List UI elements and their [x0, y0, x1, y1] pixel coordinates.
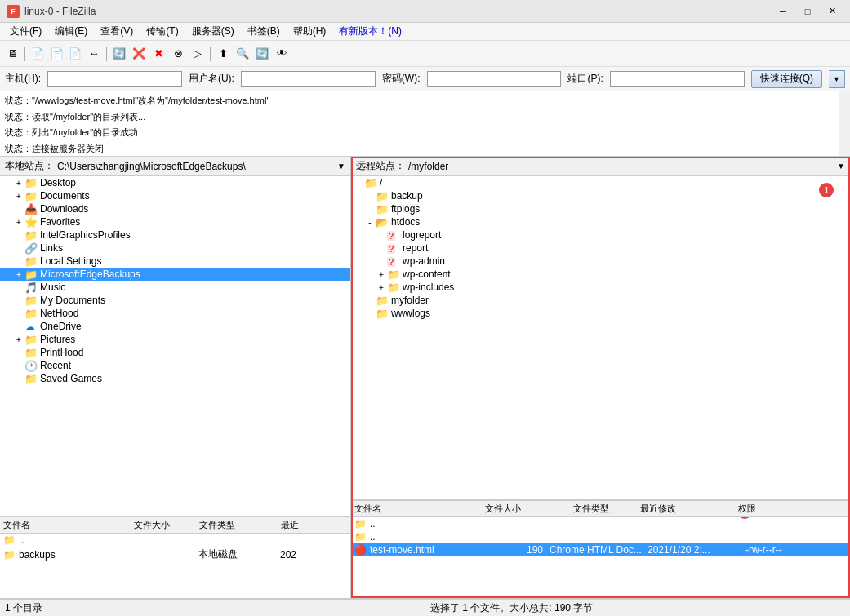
- user-label: 用户名(U):: [189, 72, 234, 86]
- menu-transfer[interactable]: 传输(T): [140, 23, 185, 40]
- tree-item-recent[interactable]: 🕐 Recent: [0, 359, 350, 372]
- connect-dropdown[interactable]: ▼: [829, 70, 845, 88]
- close-button[interactable]: ✕: [821, 3, 843, 20]
- remote-tree-report[interactable]: ? report: [351, 242, 850, 255]
- toolbar: 🖥 📄 📄 📄 ↔ 🔄 ❌ ✖ ⊗ ▷ ⬆ 🔍 🔄 👁: [0, 41, 850, 67]
- toolbar-disconnect[interactable]: ❌: [130, 45, 148, 63]
- folder-icon-wpcontent: 📁: [387, 268, 400, 280]
- status-scrollbar[interactable]: [839, 91, 850, 156]
- menu-bookmark[interactable]: 书签(B): [241, 23, 287, 40]
- local-file-list[interactable]: 文件名 文件大小 文件类型 最近 📁 .. 📁 backups 本地磁盘 202: [0, 516, 350, 598]
- remote-tree-logreport[interactable]: ? logreport: [351, 228, 850, 242]
- local-file-tree[interactable]: + 📁 Desktop + 📁 Documents 📥 Downloads + …: [0, 176, 350, 516]
- remote-tree-myfolder[interactable]: 📁 myfolder: [351, 294, 850, 307]
- tree-item-downloads[interactable]: 📥 Downloads: [0, 202, 350, 215]
- tree-item-music[interactable]: 🎵 Music: [0, 281, 350, 294]
- menu-server[interactable]: 服务器(S): [185, 23, 241, 40]
- bottom-status-left: 1 个目录: [0, 599, 425, 616]
- tree-item-desktop[interactable]: + 📁 Desktop: [0, 176, 350, 189]
- toolbar-stop[interactable]: ✖: [149, 45, 167, 63]
- local-file-row-up[interactable]: 📁 ..: [0, 534, 350, 547]
- toolbar-btn-3[interactable]: 📄: [66, 45, 84, 63]
- tree-label-links: Links: [40, 242, 63, 254]
- remote-file-tree[interactable]: 1 - 📁 / 📁 backup 📁 ftplogs: [351, 176, 850, 500]
- remote-tree-backup[interactable]: 📁 backup: [351, 189, 850, 202]
- tree-item-mydocs[interactable]: 📁 My Documents: [0, 294, 350, 307]
- remote-tree-label-myfolder: myfolder: [391, 295, 429, 306]
- remote-tree-label-wpadmin: wp-admin: [403, 255, 445, 267]
- tree-item-onedrive[interactable]: ☁ OneDrive: [0, 320, 350, 333]
- minimize-button[interactable]: ─: [772, 3, 794, 20]
- menu-help[interactable]: 帮助(H): [287, 23, 333, 40]
- tree-label-desktop: Desktop: [40, 177, 76, 188]
- tree-label-downloads: Downloads: [40, 203, 88, 215]
- tree-item-edgebackups[interactable]: + 📁 MicrosoftEdgeBackups: [0, 268, 350, 281]
- toolbar-arrow[interactable]: ▷: [189, 45, 207, 63]
- folder-icon-backups-local: 📁: [3, 549, 16, 561]
- menu-file[interactable]: 文件(F): [3, 23, 48, 40]
- local-file-name-up: ..: [19, 534, 133, 546]
- toolbar-filter[interactable]: 🔄: [253, 45, 271, 63]
- toolbar-cancel[interactable]: ⊗: [169, 45, 187, 63]
- folder-up-icon-remote1: 📁: [354, 518, 367, 530]
- tree-item-localsettings[interactable]: 📁 Local Settings: [0, 255, 350, 268]
- tree-label-nethood: NetHood: [40, 308, 78, 319]
- remote-file-row-testmove[interactable]: 🔴 test-move.html 190 Chrome HTML Doc... …: [351, 543, 850, 556]
- tree-item-documents[interactable]: + 📁 Documents: [0, 189, 350, 202]
- menu-view[interactable]: 查看(V): [94, 23, 140, 40]
- remote-tree-wpadmin[interactable]: ? wp-admin: [351, 255, 850, 268]
- remote-site-path: /myfolder: [408, 161, 837, 172]
- folder-icon-edgebackups: 📁: [24, 268, 38, 280]
- folder-icon-downloads: 📥: [24, 203, 38, 215]
- folder-icon-backup: 📁: [376, 190, 389, 202]
- tree-item-printhood[interactable]: 📁 PrintHood: [0, 346, 350, 359]
- folder-icon-desktop: 📁: [24, 177, 38, 188]
- local-file-row-backups[interactable]: 📁 backups 本地磁盘 202: [0, 547, 350, 562]
- toolbar-compare[interactable]: 👁: [273, 45, 291, 63]
- remote-tree-label-ftplogs: ftplogs: [391, 203, 420, 215]
- toolbar-btn-1[interactable]: 📄: [29, 45, 47, 63]
- remote-tree-wpcontent[interactable]: + 📁 wp-content: [351, 268, 850, 281]
- tree-item-intel[interactable]: 📁 IntelGraphicsProfiles: [0, 228, 350, 242]
- remote-tree-root[interactable]: - 📁 /: [351, 176, 850, 189]
- toolbar-search[interactable]: 🔍: [234, 45, 251, 63]
- menu-newversion[interactable]: 有新版本！(N): [332, 23, 408, 40]
- remote-tree-wwwlogs[interactable]: 📁 wwwlogs: [351, 307, 850, 320]
- remote-tree-wpincludes[interactable]: + 📁 wp-includes: [351, 281, 850, 294]
- tree-label-localsettings: Local Settings: [40, 255, 101, 267]
- toolbar-site-manager[interactable]: 🖥: [3, 45, 21, 63]
- remote-tree-htdocs[interactable]: - 📂 htdocs: [351, 215, 850, 228]
- menu-edit[interactable]: 编辑(E): [48, 23, 94, 40]
- pass-input[interactable]: [427, 71, 562, 87]
- tree-item-savedgames[interactable]: 📁 Saved Games: [0, 372, 350, 385]
- tree-item-favorites[interactable]: + ⭐ Favorites: [0, 215, 350, 228]
- tree-item-nethood[interactable]: 📁 NetHood: [0, 307, 350, 320]
- remote-file-list[interactable]: 2 文件名 文件大小 文件类型 最近修改 权限 📁 .. 📁 ..: [351, 500, 850, 598]
- remote-path-dropdown[interactable]: ▼: [837, 162, 845, 171]
- remote-file-row-up1[interactable]: 📁 ..: [351, 517, 850, 530]
- remote-tree-ftplogs[interactable]: 📁 ftplogs: [351, 202, 850, 215]
- col-filedate-remote: 最近修改: [640, 503, 738, 515]
- remote-file-row-up2[interactable]: 📁 ..: [351, 530, 850, 543]
- toolbar-btn-4[interactable]: ↔: [85, 45, 103, 63]
- user-input[interactable]: [241, 71, 376, 87]
- toolbar-queue-up[interactable]: ⬆: [214, 45, 232, 63]
- tree-item-links[interactable]: 🔗 Links: [0, 242, 350, 255]
- local-path-dropdown[interactable]: ▼: [337, 162, 345, 171]
- toolbar-reconnect[interactable]: 🔄: [110, 45, 128, 63]
- toolbar-separator-3: [210, 47, 211, 61]
- maximize-button[interactable]: □: [796, 3, 819, 20]
- remote-tree-label-report: report: [403, 242, 428, 254]
- port-input[interactable]: [610, 71, 745, 87]
- local-site-path: C:\Users\zhangjing\MicrosoftEdgeBackups\: [57, 161, 337, 172]
- host-input[interactable]: [47, 71, 182, 87]
- folder-up-icon-remote2: 📁: [354, 531, 367, 543]
- col-filetype-local: 文件类型: [199, 519, 281, 531]
- toolbar-btn-2[interactable]: 📄: [47, 45, 65, 63]
- tree-label-intel: IntelGraphicsProfiles: [40, 229, 131, 241]
- local-file-type-backups: 本地磁盘: [198, 547, 280, 561]
- remote-tree-label-htdocs: htdocs: [391, 216, 420, 228]
- tree-item-pictures[interactable]: + 📁 Pictures: [0, 333, 350, 346]
- quick-connect-button[interactable]: 快速连接(Q): [751, 70, 822, 88]
- folder-icon-pictures: 📁: [24, 334, 38, 345]
